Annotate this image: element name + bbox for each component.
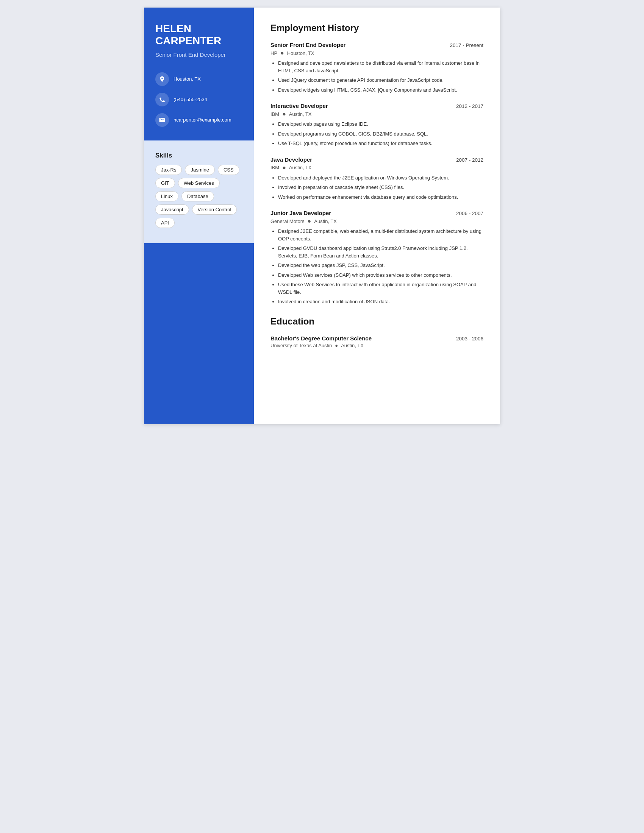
company-name: HP (270, 50, 277, 56)
job-bullet-item: Developed web pages using Eclipse IDE. (278, 121, 483, 128)
employment-section: Employment History Senior Front End Deve… (270, 23, 483, 306)
bullet: ● (335, 343, 338, 348)
job-dates: 2012 - 2017 (456, 103, 483, 109)
skill-tag: Jax-Rs (155, 165, 182, 175)
candidate-title: Senior Front End Developer (155, 51, 242, 59)
skill-tag: CSS (218, 165, 240, 175)
phone-text: (540) 555-2534 (174, 96, 207, 103)
job-header: Junior Java Developer2006 - 2007 (270, 210, 483, 216)
job-title: Java Developer (270, 156, 312, 163)
edu-degree: Bachelor's Degree Computer Science (270, 335, 372, 341)
sidebar: HELEN CARPENTER Senior Front End Develop… (144, 8, 254, 424)
location-text: Houston, TX (174, 76, 201, 82)
edu-dates: 2003 - 2006 (456, 336, 483, 341)
contact-phone: (540) 555-2534 (155, 93, 242, 106)
jobs-container: Senior Front End Developer2017 - Present… (270, 42, 483, 306)
job-dates: 2017 - Present (450, 42, 483, 48)
job-title: Interactive Developer (270, 103, 328, 109)
job-bullet-item: Worked on performance enhancement via da… (278, 193, 483, 201)
company-location: Austin, TX (289, 165, 312, 170)
bullet: ● (280, 50, 284, 56)
job-bullet-item: Used these Web Services to interact with… (278, 281, 483, 296)
skill-tag: Version Control (192, 204, 237, 215)
job-bullet-item: Involved in preparation of cascade style… (278, 183, 483, 191)
job-bullets-list: Designed J2EE compatible, web enabled, a… (270, 228, 483, 306)
job-bullet-item: Designed and developed newsletters to be… (278, 60, 483, 74)
job-bullet-item: Developed the web pages JSP, CSS, JavaSc… (278, 262, 483, 269)
contact-email: hcarpenter@example.com (155, 113, 242, 127)
job-bullets-list: Developed and deployed the J2EE applicat… (270, 174, 483, 201)
job-header: Java Developer2007 - 2012 (270, 156, 483, 163)
edu-block: Bachelor's Degree Computer Science2003 -… (270, 335, 483, 348)
job-title: Junior Java Developer (270, 210, 331, 216)
email-icon (155, 113, 169, 127)
job-header: Interactive Developer2012 - 2017 (270, 103, 483, 109)
bullet: ● (282, 164, 286, 171)
skills-heading: Skills (155, 152, 242, 159)
education-section-title: Education (270, 316, 483, 328)
company-name: IBM (270, 111, 279, 117)
job-bullet-item: Designed J2EE compatible, web enabled, a… (278, 228, 483, 242)
skill-tag: Database (182, 191, 214, 201)
employment-section-title: Employment History (270, 23, 483, 35)
job-block: Interactive Developer2012 - 2017IBM●Aust… (270, 103, 483, 147)
job-company: HP●Houston, TX (270, 50, 483, 56)
contact-section: Houston, TX (540) 555-2534 hcarpente (155, 72, 242, 127)
phone-icon (155, 93, 169, 106)
job-company: General Motors●Austin, TX (270, 218, 483, 225)
job-block: Senior Front End Developer2017 - Present… (270, 42, 483, 93)
edu-container: Bachelor's Degree Computer Science2003 -… (270, 335, 483, 348)
company-location: Houston, TX (287, 50, 314, 56)
resume-container: HELEN CARPENTER Senior Front End Develop… (144, 8, 500, 424)
email-text: hcarpenter@example.com (174, 117, 232, 124)
skill-tag: Linux (155, 191, 179, 201)
job-dates: 2007 - 2012 (456, 157, 483, 163)
edu-school: University of Texas at Austin●Austin, TX (270, 343, 483, 348)
job-company: IBM●Austin, TX (270, 164, 483, 171)
skills-tags: Jax-RsJasmineCSSGITWeb ServicesLinuxData… (155, 165, 242, 228)
skill-tag: Javascript (155, 204, 189, 215)
education-section: Education Bachelor's Degree Computer Sci… (270, 316, 483, 348)
bullet: ● (308, 218, 311, 225)
school-name: University of Texas at Austin (270, 343, 332, 348)
company-name: IBM (270, 165, 279, 170)
location-icon (155, 72, 169, 86)
contact-location: Houston, TX (155, 72, 242, 86)
candidate-name: HELEN CARPENTER (155, 23, 242, 47)
job-company: IBM●Austin, TX (270, 111, 483, 117)
skill-tag: Web Services (178, 178, 220, 188)
skill-tag: GIT (155, 178, 175, 188)
main-content: Employment History Senior Front End Deve… (254, 8, 500, 424)
job-dates: 2006 - 2007 (456, 211, 483, 216)
job-bullet-item: Involved in creation and modification of… (278, 298, 483, 306)
job-bullets-list: Designed and developed newsletters to be… (270, 60, 483, 93)
job-bullet-item: Developed widgets using HTML, CSS, AJAX,… (278, 86, 483, 94)
job-bullet-item: Developed Web services (SOAP) which prov… (278, 272, 483, 279)
job-block: Java Developer2007 - 2012IBM●Austin, TXD… (270, 156, 483, 201)
bullet: ● (282, 111, 286, 117)
job-bullet-item: Used JQuery document to generate API doc… (278, 77, 483, 84)
company-name: General Motors (270, 219, 304, 224)
skill-tag: API (155, 218, 175, 228)
job-title: Senior Front End Developer (270, 42, 346, 48)
skills-section: Skills Jax-RsJasmineCSSGITWeb ServicesLi… (144, 140, 254, 243)
job-block: Junior Java Developer2006 - 2007General … (270, 210, 483, 306)
job-header: Senior Front End Developer2017 - Present (270, 42, 483, 48)
job-bullets-list: Developed web pages using Eclipse IDE.De… (270, 121, 483, 147)
edu-header: Bachelor's Degree Computer Science2003 -… (270, 335, 483, 341)
job-bullet-item: Developed programs using COBOL, CICS, DB… (278, 130, 483, 138)
school-location: Austin, TX (341, 343, 364, 348)
company-location: Austin, TX (314, 219, 337, 224)
company-location: Austin, TX (289, 111, 312, 117)
job-bullet-item: Use T-SQL (query, stored procedure and f… (278, 140, 483, 147)
job-bullet-item: Developed GVDU dashboard application usi… (278, 244, 483, 259)
job-bullet-item: Developed and deployed the J2EE applicat… (278, 174, 483, 182)
skill-tag: Jasmine (185, 165, 214, 175)
